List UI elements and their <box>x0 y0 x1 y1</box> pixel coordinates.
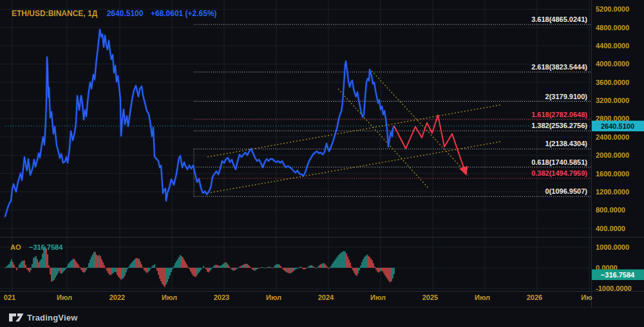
ao-bar <box>73 259 73 268</box>
ao-bar <box>316 268 317 268</box>
ao-bar <box>83 268 84 273</box>
time-axis-label[interactable]: 021 <box>4 294 15 301</box>
ao-bar <box>11 259 12 268</box>
ao-bar <box>323 263 323 268</box>
ao-axis-label[interactable]: 1000.0000 <box>596 243 629 251</box>
ao-bar <box>319 265 319 268</box>
price-axis-label[interactable]: 5200.0000 <box>596 5 629 13</box>
ao-bar <box>375 268 376 270</box>
ao-bar <box>24 260 24 268</box>
symbol-legend[interactable]: ETH/USD:BINANCE, 1Д 2640.5100 +68.0601 (… <box>12 7 217 18</box>
price-axis-label[interactable]: 800.0000 <box>596 206 625 214</box>
fib-level-label: 1(2138.4304) <box>545 140 588 147</box>
ao-bar <box>53 268 54 280</box>
ao-bar <box>207 268 207 272</box>
ao-bar <box>164 268 165 287</box>
ao-bar <box>271 268 272 268</box>
ao-bar <box>50 268 50 274</box>
price-axis-label[interactable]: 2000.0000 <box>596 151 629 159</box>
price-axis-label[interactable]: 1600.0000 <box>596 170 629 178</box>
time-axis-label[interactable]: 2026 <box>527 294 542 301</box>
ao-bar <box>87 267 88 268</box>
ao-bar <box>317 266 318 268</box>
ao-bar <box>79 267 80 268</box>
ao-bar <box>263 268 264 268</box>
ao-bar <box>23 261 23 268</box>
ao-bar <box>28 268 28 271</box>
price-axis-label[interactable]: 4800.0000 <box>596 24 629 32</box>
ao-bar <box>350 263 350 268</box>
ao-indicator-label[interactable]: AO <box>10 243 21 251</box>
ao-bar <box>199 268 200 272</box>
price-axis-label[interactable]: 3600.0000 <box>596 79 629 86</box>
ao-bar <box>136 258 137 268</box>
ao-bar <box>46 248 46 268</box>
time-axis-label[interactable]: 2022 <box>109 294 125 301</box>
ao-bar <box>150 268 151 268</box>
price-axis-label[interactable]: 4000.0000 <box>596 60 629 68</box>
current-price-badge-value: 2640.5100 <box>601 122 634 130</box>
ao-bar <box>147 268 148 272</box>
time-axis-label[interactable]: Июл <box>162 294 177 301</box>
ao-bar <box>320 265 321 268</box>
ao-bar <box>173 266 174 268</box>
ao-bar <box>5 268 5 268</box>
ao-bar <box>12 262 13 268</box>
ao-bar <box>118 268 118 277</box>
ao-bar <box>96 255 97 268</box>
svg-text:ETH/USD:BINANCE, 1Д 2640: ETH/USD:BINANCE, 1Д 2640.5100 +68.0601 (… <box>12 7 217 18</box>
ao-bar <box>227 265 228 268</box>
time-axis-label[interactable]: 2025 <box>422 294 438 301</box>
ao-bar <box>379 268 380 272</box>
time-axis-label[interactable]: Июл <box>475 294 490 301</box>
tradingview-logo-text: TradingView <box>27 313 78 322</box>
ao-bar <box>99 255 99 268</box>
ao-bar <box>90 259 90 268</box>
ao-bar <box>374 266 375 268</box>
ao-bar <box>190 268 191 272</box>
time-axis-label[interactable]: 2023 <box>214 294 229 301</box>
symbol-title[interactable]: ETH/USD:BINANCE, 1Д <box>12 9 98 18</box>
ao-bar <box>172 268 173 269</box>
ao-bar <box>240 266 241 268</box>
time-axis-label[interactable]: 2024 <box>318 294 334 301</box>
ao-bar <box>312 266 313 268</box>
ao-bar <box>60 268 61 274</box>
ao-bar <box>260 268 260 268</box>
time-axis-label[interactable]: Ию <box>581 294 592 301</box>
ao-bar <box>92 254 93 268</box>
ao-bar <box>68 264 68 268</box>
ao-bar <box>186 265 187 268</box>
ao-bar <box>262 267 263 268</box>
chart-canvas[interactable]: 5200.00004800.00004400.00004000.00003600… <box>0 0 644 327</box>
ao-bar <box>25 265 26 268</box>
time-axis-label[interactable]: Июл <box>370 294 386 301</box>
ao-bar <box>383 268 384 274</box>
ao-bar <box>132 261 133 268</box>
ao-bar <box>226 263 227 268</box>
ao-bar <box>378 268 379 272</box>
price-axis-label[interactable]: 1200.0000 <box>596 188 629 196</box>
ao-value-badge: −316.7584 <box>592 270 644 281</box>
price-axis-label[interactable]: 4400.0000 <box>596 42 629 50</box>
ao-bar <box>29 268 30 272</box>
fib-level-label: 1.382(2536.2756) <box>531 122 587 129</box>
ao-bar <box>238 268 238 268</box>
ao-bar <box>324 263 325 268</box>
price-axis-label[interactable]: 2400.0000 <box>596 133 629 141</box>
price-axis-label[interactable]: 3200.0000 <box>596 97 629 104</box>
current-price-badge: 2640.5100 <box>592 121 644 132</box>
ao-bar <box>308 266 309 268</box>
ao-bar <box>305 268 305 269</box>
time-axis-label[interactable]: Июл <box>266 294 281 301</box>
ao-bar <box>144 268 144 270</box>
price-axis-label[interactable]: 400.0000 <box>596 225 625 232</box>
ao-bar <box>56 268 57 276</box>
ao-bar <box>369 257 370 268</box>
ao-bar <box>231 268 232 270</box>
time-axis-label[interactable]: Июл <box>57 294 72 301</box>
ao-bar <box>97 256 98 268</box>
ao-axis-label[interactable]: -1000.0000 <box>596 285 632 292</box>
ao-bar <box>390 268 390 283</box>
fib-level-label: 2(3179.9100) <box>545 93 588 100</box>
